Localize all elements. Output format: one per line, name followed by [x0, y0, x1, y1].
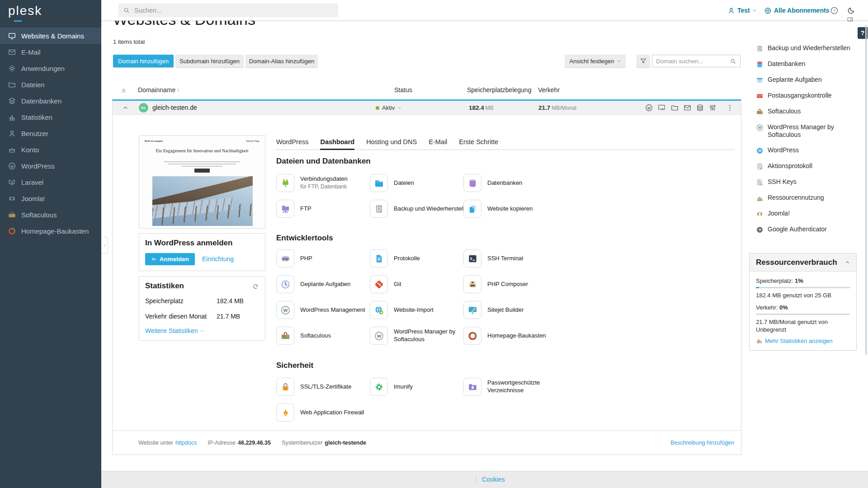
tool-geplante-aufgaben[interactable]: Geplante Aufgaben	[276, 275, 370, 293]
sidebar-item-wordpress[interactable]: WWordPress	[0, 158, 101, 174]
shortcut-ressourcennutzung[interactable]: Ressourcennutzung	[756, 190, 854, 206]
shortcut-postausgangskontrolle[interactable]: Postausgangskontrolle	[756, 88, 854, 103]
tool-wordpress-management[interactable]: WWordPress Management	[276, 301, 370, 319]
tab-email[interactable]: E-Mail	[429, 138, 447, 150]
tool-git[interactable]: Git	[370, 275, 463, 293]
tab-dashboard[interactable]: Dashboard	[320, 138, 354, 150]
plesk-logo[interactable]: plesk	[8, 4, 42, 18]
shortcut-google-authenticator[interactable]: Google Authenticator	[756, 221, 854, 237]
sidebar-item-statistiken[interactable]: Statistiken	[0, 109, 101, 125]
homepage-baukasten-icon	[8, 227, 16, 235]
domain-name[interactable]: gleich-testen.de	[152, 104, 197, 111]
tab-hosting-dns[interactable]: Hosting und DNS	[366, 138, 417, 150]
dark-mode-icon[interactable]	[847, 6, 855, 14]
settings-sliders-icon[interactable]	[708, 103, 717, 112]
more-statistics-link[interactable]: Mehr Statistiken anzeigen	[756, 338, 850, 344]
column-header-domainname[interactable]: Domainname↑	[138, 86, 179, 94]
add-domain-button[interactable]: Domain hinzufügen	[113, 55, 174, 67]
global-search[interactable]	[118, 3, 338, 17]
sidebar-item-label: Softaculous	[21, 211, 57, 219]
filter-button[interactable]	[637, 55, 650, 67]
tool-imunify[interactable]: Imunify	[370, 378, 463, 396]
copy-pages-icon	[463, 200, 481, 218]
right-panel-toggle-icon[interactable]	[846, 16, 854, 23]
sidebar-collapse-handle[interactable]	[101, 237, 108, 254]
scrollbar[interactable]	[865, 25, 867, 355]
sidebar-item-dateien[interactable]: Dateien	[0, 76, 101, 93]
sidebar-item-websites-domains[interactable]: Websites & Domains	[0, 28, 101, 44]
set-view-button[interactable]: Ansicht festlegen	[565, 55, 626, 67]
tool-sitejet-builder[interactable]: Sitejet Builder	[463, 301, 735, 319]
sidebar-item-homepage-baukasten[interactable]: Homepage-Baukasten	[0, 223, 101, 239]
user-menu[interactable]: Test	[727, 0, 757, 21]
shortcut-ssh-keys[interactable]: SSH Keys	[756, 174, 854, 190]
global-search-input[interactable]	[134, 7, 334, 14]
sidebar-item-datenbanken[interactable]: Datenbanken	[0, 93, 101, 109]
shortcut-joomla[interactable]: Joomla!	[756, 206, 854, 221]
mail-icon[interactable]	[683, 103, 692, 112]
tool-wp-manager-softaculous[interactable]: WWordPress Manager by Softaculous	[370, 327, 463, 345]
more-menu-icon[interactable]	[726, 103, 734, 112]
collapse-all-icon[interactable]	[120, 87, 127, 94]
shortcut-softaculous[interactable]: Softaculous	[756, 103, 854, 119]
tool-ftp[interactable]: FTP	[276, 200, 370, 218]
domain-status-dropdown[interactable]: Aktiv	[376, 104, 401, 111]
sidebar-item-softaculous[interactable]: Softaculous	[0, 206, 101, 223]
svg-text:W: W	[283, 307, 288, 312]
sidebar-item-konto[interactable]: Konto	[0, 141, 101, 158]
tool-website-import[interactable]: Website-Import	[370, 301, 463, 319]
files-icon[interactable]	[670, 103, 679, 112]
sidebar-item-anwendungen[interactable]: Anwendungen	[0, 60, 101, 76]
tool-website-kopieren[interactable]: Website kopieren	[463, 200, 735, 218]
stat-traffic-value: 21.7 MB	[217, 313, 240, 320]
shortcut-aktionsprotokoll[interactable]: Aktionsprotokoll	[756, 158, 854, 174]
tool-datenbanken[interactable]: Datenbanken	[463, 174, 735, 192]
more-statistics-link[interactable]: Weitere Statistiken	[145, 327, 204, 334]
help-icon[interactable]: ?	[830, 6, 839, 15]
add-subdomain-button[interactable]: Subdomain hinzufügen	[175, 55, 244, 67]
database-icon[interactable]	[696, 103, 704, 112]
httpdocs-link[interactable]: httpdocs	[175, 440, 197, 446]
website-preview-thumbnail[interactable]: Nicht zu stoppen Sample Page Ein Engagem…	[139, 135, 265, 229]
shortcut-wp-manager[interactable]: WWordPress Manager by Softaculous	[756, 119, 854, 142]
subscriptions-link[interactable]: Alle Abonnements	[764, 0, 829, 21]
tool-php[interactable]: phpPHP	[276, 249, 370, 267]
shortcut-wordpress[interactable]: WWordPress	[756, 142, 854, 158]
sidebar-item-laravel[interactable]: Laravel	[0, 174, 101, 190]
tool-protokolle[interactable]: Protokolle	[370, 249, 463, 267]
domain-search[interactable]	[652, 55, 741, 67]
add-description-link[interactable]: Beschreibung hinzufügen	[670, 440, 734, 446]
wordpress-icon[interactable]: W	[645, 103, 653, 112]
sidebar-item-email[interactable]: E-Mail	[0, 44, 101, 60]
tab-wordpress[interactable]: WordPress	[276, 138, 308, 150]
tool-dateien[interactable]: Dateien	[370, 174, 463, 192]
sidebar-item-joomla[interactable]: Joomla!	[0, 190, 101, 206]
add-domain-alias-button[interactable]: Domain-Alias hinzufügen	[245, 55, 318, 67]
shortcut-datenbanken[interactable]: Datenbanken	[756, 56, 854, 72]
tool-php-composer[interactable]: PHP Composer	[463, 275, 735, 293]
wp-login-button[interactable]: Anmelden	[145, 253, 195, 265]
wp-setup-link[interactable]: Einrichtung	[202, 255, 234, 263]
refresh-icon[interactable]	[252, 283, 259, 290]
traffic-usage-bar	[756, 314, 850, 315]
tool-web-application-firewall[interactable]: Web Application Firewall	[276, 404, 370, 422]
tab-erste-schritte[interactable]: Erste Schritte	[459, 138, 498, 150]
shortcut-geplante-aufgaben[interactable]: Geplante Aufgaben	[756, 72, 854, 88]
tool-passwortgeschuetzte-verzeichnisse[interactable]: Passwortgeschützte Verzeichnisse	[463, 378, 735, 396]
tool-verbindungsdaten[interactable]: Verbindungsdatenfür FTP, Datenbank	[276, 174, 370, 192]
domain-search-input[interactable]	[656, 58, 730, 65]
tool-softaculous[interactable]: Softaculous	[276, 327, 370, 345]
site-preview-icon[interactable]	[657, 103, 666, 112]
tool-ssl-tls[interactable]: SSL/TLS-Zertifikate	[276, 378, 370, 396]
shortcut-backup[interactable]: Backup und Wiederherstellen	[756, 40, 854, 56]
sidebar-item-benutzer[interactable]: Benutzer	[0, 125, 101, 141]
domain-row[interactable]: GL gleich-testen.de Aktiv 182.4MB 21.7MB…	[113, 101, 741, 115]
tool-ssh-terminal[interactable]: SSH Terminal	[463, 249, 735, 267]
ftp-folder-icon	[276, 200, 294, 218]
resource-usage-header[interactable]: Ressourcenverbrauch	[750, 253, 856, 272]
tool-homepage-baukasten[interactable]: Homepage-Baukasten	[463, 327, 735, 345]
tool-backup[interactable]: Backup und Wiederherstellen	[370, 200, 463, 218]
sidebar-item-label: Dateien	[21, 81, 45, 89]
collapse-row-icon[interactable]	[123, 105, 128, 111]
cookies-link[interactable]: Cookies	[482, 476, 505, 483]
